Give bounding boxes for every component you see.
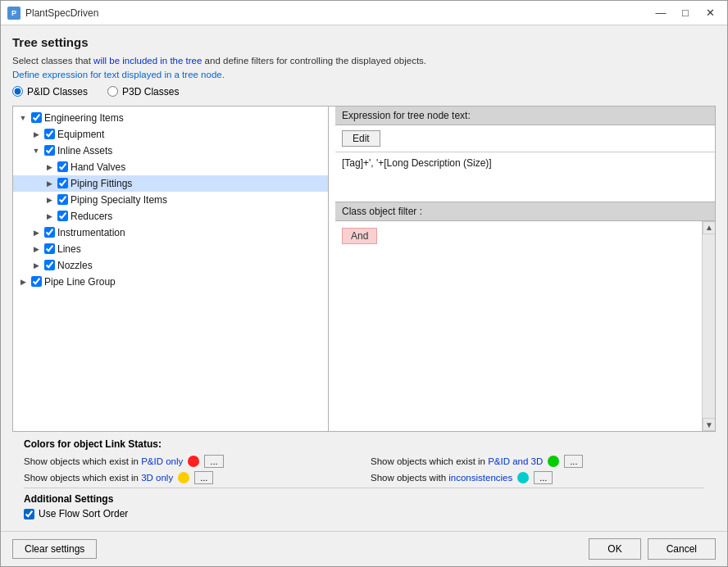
expression-header: Expression for tree node text: <box>335 107 715 125</box>
filter-scrollbar[interactable]: ▲ ▼ <box>702 221 715 432</box>
radio-p3d-text: P3D Classes <box>122 86 179 98</box>
check-equipment[interactable] <box>44 129 55 139</box>
footer-left: Clear settings <box>12 539 589 559</box>
label-reducers: Reducers <box>71 211 112 222</box>
maximize-button[interactable]: □ <box>675 5 696 21</box>
color-row-pid-only: Show objects which exist in P&ID only ..… <box>24 455 357 468</box>
label-pipeline-group: Pipe Line Group <box>44 276 116 288</box>
cancel-button[interactable]: Cancel <box>648 538 716 560</box>
label-piping-specialty: Piping Specialty Items <box>71 194 167 206</box>
label-nozzles: Nozzles <box>57 260 93 271</box>
radio-p3d[interactable] <box>107 86 118 97</box>
bottom-area: Colors for object Link Status: Show obje… <box>12 432 716 524</box>
ok-button[interactable]: OK <box>589 538 640 560</box>
label-instrumentation: Instrumentation <box>57 227 125 238</box>
filter-inner: And <box>335 221 715 251</box>
tree-item-pipeline-group[interactable]: ▶ Pipe Line Group <box>13 274 328 290</box>
label-engineering: Engineering Items <box>44 112 124 124</box>
clear-settings-button[interactable]: Clear settings <box>12 539 97 559</box>
and-button[interactable]: And <box>342 228 377 244</box>
scrollbar-track[interactable] <box>703 234 715 419</box>
expand-nozzles[interactable]: ▶ <box>30 259 43 272</box>
color-dot-3d-only <box>178 472 189 483</box>
check-reducers[interactable] <box>57 211 68 221</box>
check-piping-fittings[interactable] <box>57 178 68 188</box>
filter-content: And ▲ ▼ <box>335 221 715 432</box>
check-instrumentation[interactable] <box>44 227 55 238</box>
expression-text: [Tag]+', '+[Long Description (Size)] <box>335 152 715 202</box>
expression-link[interactable]: Define expression for text displayed in … <box>12 70 225 79</box>
color-row-pid-3d: Show objects which exist in P&ID and 3D … <box>371 455 704 468</box>
tree-item-equipment[interactable]: ▶ Equipment <box>13 126 328 143</box>
check-inline-assets[interactable] <box>44 145 55 156</box>
flow-sort-label[interactable]: Use Flow Sort Order <box>24 508 704 519</box>
check-hand-valves[interactable] <box>57 161 68 172</box>
additional-section: Additional Settings Use Flow Sort Order <box>24 488 704 524</box>
radio-pid-label[interactable]: P&ID Classes <box>12 86 88 98</box>
check-piping-specialty[interactable] <box>57 194 68 205</box>
tree-item-instrumentation[interactable]: ▶ Instrumentation <box>13 225 328 241</box>
flow-sort-checkbox[interactable] <box>24 509 34 519</box>
color-dot-pid-only <box>188 456 199 467</box>
window-title: PlantSpecDriven <box>25 7 650 19</box>
label-equipment: Equipment <box>57 129 104 140</box>
description: Select classes that will be included in … <box>12 54 716 83</box>
check-lines[interactable] <box>44 243 55 254</box>
tree-item-engineering[interactable]: ▼ Engineering Items <box>13 110 328 126</box>
additional-title: Additional Settings <box>24 493 704 505</box>
check-nozzles[interactable] <box>44 260 55 270</box>
filter-header: Class object filter : <box>335 202 715 221</box>
scrollbar-down-arrow[interactable]: ▼ <box>703 418 715 431</box>
check-engineering[interactable] <box>31 112 42 123</box>
tree-item-piping-specialty[interactable]: ▶ Piping Specialty Items <box>13 192 328 208</box>
expand-engineering[interactable]: ▼ <box>16 111 30 125</box>
radio-pid[interactable] <box>12 86 23 97</box>
expand-equipment[interactable]: ▶ <box>30 128 43 141</box>
tree-item-lines[interactable]: ▶ Lines <box>13 241 328 257</box>
expand-reducers[interactable]: ▶ <box>43 210 56 223</box>
close-button[interactable]: ✕ <box>699 5 721 21</box>
expand-piping-specialty[interactable]: ▶ <box>43 193 56 206</box>
tree-item-piping-fittings[interactable]: ▶ Piping Fittings <box>13 175 328 192</box>
label-hand-valves: Hand Valves <box>71 161 125 173</box>
color-text-inconsistencies: Show objects with inconsistencies <box>371 473 512 483</box>
page-title: Tree settings <box>12 35 716 49</box>
expand-piping-fittings[interactable]: ▶ <box>43 177 56 190</box>
colors-title: Colors for object Link Status: <box>24 438 704 450</box>
scrollbar-up-arrow[interactable]: ▲ <box>703 221 715 234</box>
flow-sort-text: Use Flow Sort Order <box>39 508 128 519</box>
edit-button[interactable]: Edit <box>342 130 380 147</box>
color-row-inconsistencies: Show objects with inconsistencies ... <box>371 471 704 484</box>
highlight-1: will be included in the tree <box>93 56 202 66</box>
tree-item-inline-assets[interactable]: ▼ Inline Assets <box>13 143 328 159</box>
main-panel: ▼ Engineering Items ▶ Equipment ▼ Inlin <box>12 106 716 433</box>
app-icon: P <box>7 7 20 20</box>
tree-item-reducers[interactable]: ▶ Reducers <box>13 208 328 225</box>
expand-instrumentation[interactable]: ▶ <box>30 226 43 239</box>
check-pipeline-group[interactable] <box>31 276 42 287</box>
expand-lines[interactable]: ▶ <box>30 243 43 256</box>
expand-pipeline-group[interactable]: ▶ <box>16 275 30 288</box>
right-panel: Expression for tree node text: Edit [Tag… <box>335 107 715 432</box>
main-window: P PlantSpecDriven — □ ✕ Tree settings Se… <box>0 0 728 567</box>
color-btn-pid-only[interactable]: ... <box>204 455 223 468</box>
color-text-pid-only: Show objects which exist in P&ID only <box>24 456 183 466</box>
tree-panel[interactable]: ▼ Engineering Items ▶ Equipment ▼ Inlin <box>13 107 329 432</box>
color-rows: Show objects which exist in P&ID only ..… <box>24 455 704 484</box>
radio-p3d-label[interactable]: P3D Classes <box>107 86 179 98</box>
expand-hand-valves[interactable]: ▶ <box>43 161 56 174</box>
expression-toolbar: Edit <box>335 125 715 152</box>
tree-item-nozzles[interactable]: ▶ Nozzles <box>13 257 328 274</box>
label-piping-fittings: Piping Fittings <box>71 178 132 189</box>
window-controls: — □ ✕ <box>650 5 721 21</box>
label-lines: Lines <box>57 243 81 255</box>
minimize-button[interactable]: — <box>650 5 671 21</box>
colors-section: Colors for object Link Status: Show obje… <box>24 432 704 488</box>
color-btn-inconsistencies[interactable]: ... <box>534 471 553 484</box>
color-btn-pid-3d[interactable]: ... <box>564 455 583 468</box>
expand-inline-assets[interactable]: ▼ <box>30 144 43 157</box>
filter-section: Class object filter : And ▲ ▼ <box>335 202 715 432</box>
color-text-3d-only: Show objects which exist in 3D only <box>24 473 173 483</box>
tree-item-hand-valves[interactable]: ▶ Hand Valves <box>13 159 328 175</box>
color-btn-3d-only[interactable]: ... <box>194 471 213 484</box>
